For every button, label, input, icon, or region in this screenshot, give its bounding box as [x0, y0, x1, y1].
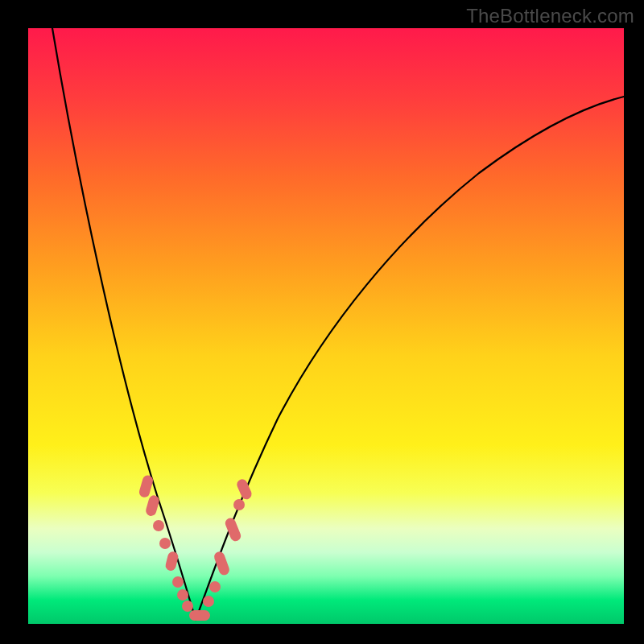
- curve-right-branch: [196, 97, 624, 620]
- svg-rect-14: [235, 477, 253, 501]
- svg-point-2: [153, 520, 164, 531]
- svg-point-6: [177, 589, 188, 601]
- svg-rect-0: [138, 474, 154, 498]
- svg-rect-8: [189, 610, 210, 621]
- svg-rect-4: [164, 551, 179, 572]
- svg-point-7: [182, 601, 193, 612]
- highlight-dots: [138, 474, 253, 621]
- svg-rect-1: [145, 494, 161, 518]
- svg-point-10: [209, 581, 221, 592]
- chart-frame: TheBottleneck.com: [0, 0, 644, 644]
- svg-point-13: [233, 499, 245, 510]
- svg-point-9: [203, 596, 214, 607]
- watermark-text: TheBottleneck.com: [466, 5, 634, 27]
- svg-point-5: [172, 576, 184, 588]
- svg-rect-11: [213, 551, 230, 577]
- svg-point-3: [159, 538, 171, 549]
- plot-area: [28, 28, 624, 624]
- curve-layer: [28, 28, 624, 624]
- curve-left-branch: [52, 28, 196, 620]
